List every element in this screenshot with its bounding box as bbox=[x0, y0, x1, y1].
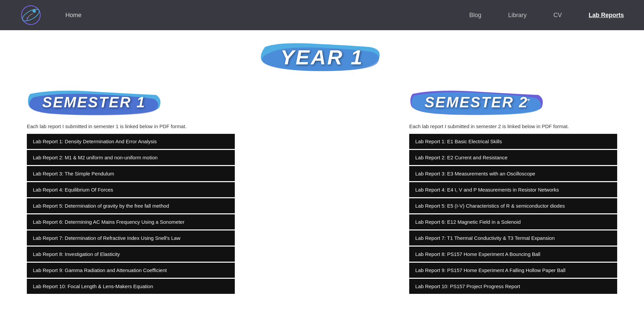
semester2-banner: SEMESTER 2 bbox=[409, 87, 617, 117]
columns-layout: SEMESTER 1 Each lab report I submitted i… bbox=[0, 81, 644, 301]
semester2-report-3[interactable]: Lab Report 3: E3 Measurements with an Os… bbox=[409, 166, 617, 181]
nav-home[interactable]: Home bbox=[65, 12, 82, 19]
year-title: YEAR 1 bbox=[280, 45, 364, 69]
semester1-report-5[interactable]: Lab Report 5: Determination of gravity b… bbox=[27, 198, 235, 213]
semester1-report-1[interactable]: Lab Report 1: Density Determination And … bbox=[27, 134, 235, 149]
semester1-report-10[interactable]: Lab Report 10: Focal Length & Lens-Maker… bbox=[27, 279, 235, 294]
semester2-report-9[interactable]: Lab Report 9: PS157 Home Experiment A Fa… bbox=[409, 263, 617, 278]
semester2-report-4[interactable]: Lab Report 4: E4 I, V and P Measurements… bbox=[409, 182, 617, 197]
semester2-report-1[interactable]: Lab Report 1: E1 Basic Electrical Skills bbox=[409, 134, 617, 149]
semester1-report-4[interactable]: Lab Report 4: Equilibrium Of Forces bbox=[27, 182, 235, 197]
semester2-description: Each lab report I submitted in semester … bbox=[409, 123, 617, 129]
semester1-report-2[interactable]: Lab Report 2: M1 & M2 uniform and non-un… bbox=[27, 150, 235, 165]
year-badge: YEAR 1 bbox=[258, 40, 386, 74]
semester1-report-6[interactable]: Lab Report 6: Determining AC Mains Frequ… bbox=[27, 214, 235, 229]
semester1-lab-list: Lab Report 1: Density Determination And … bbox=[27, 134, 235, 294]
semester2-badge: SEMESTER 2 bbox=[409, 89, 543, 116]
main-content: YEAR 1 SEMESTER 1 Each lab report I subm… bbox=[0, 30, 644, 317]
logo-icon[interactable] bbox=[20, 4, 42, 26]
navbar: Home Blog Library CV Lab Reports bbox=[0, 0, 644, 30]
semester1-description: Each lab report I submitted in semester … bbox=[27, 123, 235, 129]
semester2-report-10[interactable]: Lab Report 10: PS157 Project Progress Re… bbox=[409, 279, 617, 294]
semester2-report-6[interactable]: Lab Report 6: E12 Magnetic Field in a So… bbox=[409, 214, 617, 229]
nav-lab-reports[interactable]: Lab Reports bbox=[589, 12, 624, 19]
semester2-lab-list: Lab Report 1: E1 Basic Electrical Skills… bbox=[409, 134, 617, 294]
semester2-column: SEMESTER 2 Each lab report I submitted i… bbox=[409, 87, 617, 294]
nav-cv[interactable]: CV bbox=[553, 12, 562, 19]
semester2-title: SEMESTER 2 bbox=[425, 94, 528, 111]
semester1-column: SEMESTER 1 Each lab report I submitted i… bbox=[27, 87, 235, 294]
semester1-report-8[interactable]: Lab Report 8: Investigation of Elasticit… bbox=[27, 247, 235, 262]
semester1-report-7[interactable]: Lab Report 7: Determination of Refractiv… bbox=[27, 230, 235, 246]
semester1-report-9[interactable]: Lab Report 9: Gamma Radiation and Attenu… bbox=[27, 263, 235, 278]
nav-blog[interactable]: Blog bbox=[469, 12, 481, 19]
semester2-report-5[interactable]: Lab Report 5: E5 (I-V) Characteristics o… bbox=[409, 198, 617, 213]
semester1-report-3[interactable]: Lab Report 3: The Simple Pendulum bbox=[27, 166, 235, 181]
svg-point-2 bbox=[33, 9, 36, 13]
nav-library[interactable]: Library bbox=[508, 12, 527, 19]
semester2-report-7[interactable]: Lab Report 7: T1 Thermal Conductivity & … bbox=[409, 230, 617, 246]
semester2-report-2[interactable]: Lab Report 2: E2 Current and Resistance bbox=[409, 150, 617, 165]
semester1-badge: SEMESTER 1 bbox=[27, 89, 161, 116]
semester1-banner: SEMESTER 1 bbox=[27, 87, 235, 117]
year-banner: YEAR 1 bbox=[0, 30, 644, 81]
semester2-report-8[interactable]: Lab Report 8: PS157 Home Experiment A Bo… bbox=[409, 247, 617, 262]
semester1-title: SEMESTER 1 bbox=[42, 94, 146, 111]
